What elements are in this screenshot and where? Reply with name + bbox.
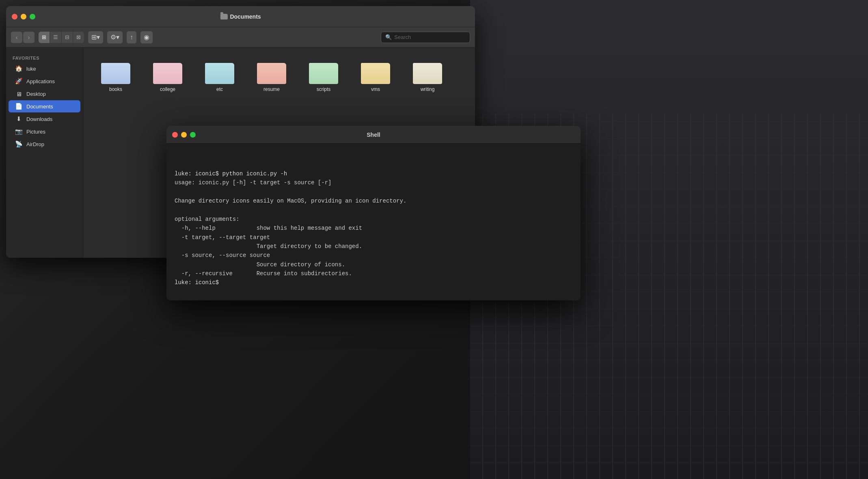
folder-label-books: books [109,86,122,92]
terminal-line-10: Source directory of icons. [175,260,572,269]
close-button[interactable] [12,14,17,19]
terminal-title: Shell [367,132,380,138]
terminal-line-11: -r, --recursive Recurse into subdirector… [175,269,572,278]
finder-toolbar: ‹ › ⊞ ☰ ⊟ ⊠ ⊞▾ ⚙▾ ↑ ◉ 🔍 Search [6,27,475,47]
folder-icon-scripts [309,60,338,84]
terminal-line-8: Target directory to be changed. [175,242,572,251]
sidebar-icon-luke: 🏠 [15,65,22,72]
sidebar: Favorites 🏠 luke 🚀 Applications 🖥 Deskto… [6,47,83,258]
sidebar-label-documents: Documents [26,104,53,110]
sidebar-label-desktop: Desktop [26,91,46,97]
folder-icon-small [220,14,227,19]
terminal-line-3: Change directory icons easily on MacOS, … [175,196,572,205]
terminal-titlebar: Shell [166,126,581,144]
folder-item-scripts[interactable]: scripts [299,56,348,96]
folder-item-resume[interactable]: resume [247,56,296,96]
folder-label-resume: resume [263,86,280,92]
terminal-line-5: optional arguments: [175,215,572,224]
sidebar-label-downloads: Downloads [26,116,52,122]
sidebar-label-airdrop: AirDrop [26,141,44,147]
traffic-lights [12,14,35,19]
finder-title-text: Documents [230,13,261,20]
folder-label-scripts: scripts [317,86,331,92]
search-placeholder: Search [394,34,411,40]
folder-body-etc [205,63,234,84]
folder-body-vms [361,63,390,84]
folder-icon-writing [413,60,442,84]
terminal-lines: luke: iconic$ python iconic.py -h usage:… [175,169,572,287]
folder-item-college[interactable]: college [143,56,192,96]
view-buttons: ⊞ ☰ ⊟ ⊠ [39,32,84,43]
terminal-line-12: luke: iconic$ [175,278,572,287]
sidebar-section-label: Favorites [6,52,83,62]
action-button[interactable]: ⚙▾ [107,31,123,43]
folder-item-vms[interactable]: vms [351,56,400,96]
terminal-window: Shell luke: iconic$ python iconic.py -h … [166,126,581,300]
search-bar[interactable]: 🔍 Search [381,32,470,43]
folder-icon-vms [361,60,390,84]
sidebar-label-luke: luke [26,66,36,72]
sidebar-label-pictures: Pictures [26,129,45,135]
folder-item-writing[interactable]: writing [403,56,452,96]
terminal-line-7: -t target, --target target [175,233,572,242]
terminal-fullscreen-button[interactable] [190,132,196,138]
folder-item-etc[interactable]: etc [195,56,244,96]
sidebar-item-applications[interactable]: 🚀 Applications [9,75,80,87]
sidebar-item-pictures[interactable]: 📷 Pictures [9,125,80,138]
sidebar-item-airdrop[interactable]: 📡 AirDrop [9,138,80,150]
terminal-body[interactable]: luke: iconic$ python iconic.py -h usage:… [166,144,581,300]
view-list-button[interactable]: ☰ [50,32,62,43]
sidebar-items-list: 🏠 luke 🚀 Applications 🖥 Desktop 📄 Docume… [6,63,83,150]
sidebar-icon-airdrop: 📡 [15,140,22,148]
sidebar-icon-documents: 📄 [15,103,22,110]
view-grid-button[interactable]: ⊞ [39,32,50,43]
sidebar-item-desktop[interactable]: 🖥 Desktop [9,88,80,100]
finder-window-title: Documents [220,13,261,20]
sidebar-label-applications: Applications [26,78,55,84]
sidebar-icon-applications: 🚀 [15,78,22,85]
minimize-button[interactable] [21,14,26,19]
terminal-close-button[interactable] [172,132,178,138]
folder-icon-etc [205,60,234,84]
sidebar-icon-desktop: 🖥 [15,90,22,97]
folder-body-college [153,63,182,84]
folders-grid: books college etc resume scripts vms [91,56,467,96]
terminal-traffic-lights [172,132,196,138]
fullscreen-button[interactable] [30,14,35,19]
folder-body-books [101,63,130,84]
view-options-button[interactable]: ⊞▾ [88,31,103,43]
terminal-line-9: -s source, --source source [175,251,572,260]
sidebar-item-downloads[interactable]: ⬇ Downloads [9,113,80,125]
view-columns-button[interactable]: ⊟ [62,32,73,43]
folder-label-vms: vms [371,86,380,92]
terminal-line-1: usage: iconic.py [-h] -t target -s sourc… [175,178,572,187]
folder-label-writing: writing [421,86,435,92]
search-icon: 🔍 [385,34,392,40]
finder-titlebar: Documents [6,6,475,27]
folder-body-scripts [309,63,338,84]
folder-icon-resume [257,60,286,84]
folder-label-college: college [160,86,175,92]
forward-button[interactable]: › [23,32,35,43]
view-cover-button[interactable]: ⊠ [73,32,84,43]
folder-body-resume [257,63,286,84]
terminal-line-0: luke: iconic$ python iconic.py -h [175,169,572,178]
folder-item-books[interactable]: books [91,56,140,96]
folder-label-etc: etc [216,86,223,92]
folder-icon-books [101,60,130,84]
folder-body-writing [413,63,442,84]
share-button[interactable]: ↑ [127,31,136,43]
back-button[interactable]: ‹ [11,32,22,43]
sidebar-item-documents[interactable]: 📄 Documents [9,100,80,112]
terminal-line-2 [175,188,572,196]
folder-icon-college [153,60,182,84]
terminal-minimize-button[interactable] [181,132,187,138]
tag-button[interactable]: ◉ [140,31,153,43]
sidebar-icon-pictures: 📷 [15,128,22,135]
terminal-line-4 [175,205,572,214]
nav-buttons: ‹ › [11,32,35,43]
sidebar-icon-downloads: ⬇ [15,115,22,123]
sidebar-item-luke[interactable]: 🏠 luke [9,63,80,75]
terminal-line-6: -h, --help show this help message and ex… [175,224,572,233]
